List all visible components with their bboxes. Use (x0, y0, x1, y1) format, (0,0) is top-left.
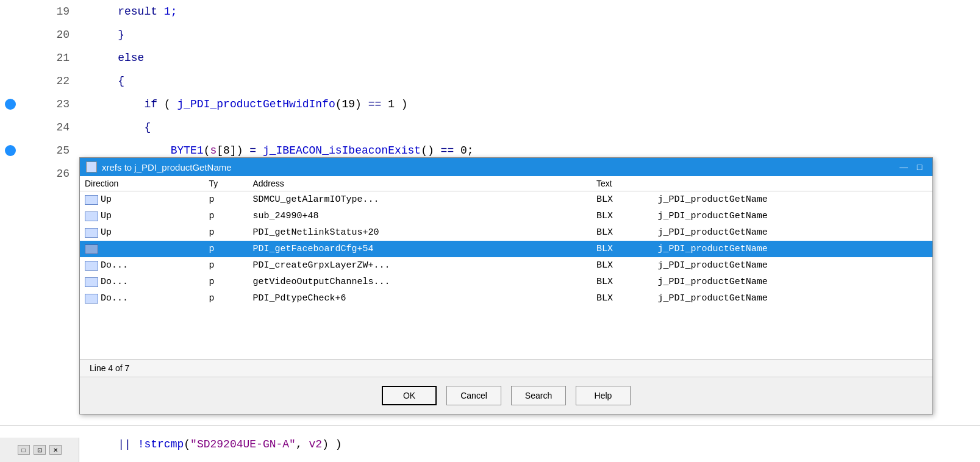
cell-func: j_PDI_productGetName (653, 290, 932, 307)
cell-address: PDI_getFaceboardCfg+54 (248, 241, 592, 257)
cell-direction: Do... (80, 257, 204, 274)
cell-type: p (204, 191, 248, 208)
code-line-21: 21 else (0, 46, 980, 69)
code-line-23: 23 if ( j_PDI_productGetHwidInfo(19) == … (0, 93, 980, 116)
col-header-text: Text (592, 176, 653, 191)
cell-text: BLX (592, 224, 653, 241)
line-number-22: 22 (0, 75, 79, 87)
code-content-39: || !strcmp("SD29204UE-GN-A", v2) ) (79, 438, 342, 450)
col-header-func (653, 176, 932, 191)
panel-btn-3[interactable]: ✕ (49, 445, 62, 455)
cell-direction: Up (80, 191, 204, 208)
cell-func: j_PDI_productGetName (653, 191, 932, 208)
cell-direction (80, 241, 204, 257)
code-bottom: 39 || !strcmp("SD29204UE-GN-A", v2) ) (0, 425, 980, 462)
dialog-title-buttons[interactable]: — □ (897, 162, 926, 172)
breakpoint-23 (5, 99, 16, 110)
line-number-25: 25 (0, 144, 79, 157)
code-content-22: { (79, 75, 124, 87)
table-row[interactable]: Do... p PDI_PdtypeCheck+6 BLX j_PDI_prod… (80, 290, 932, 307)
table-row[interactable]: Do... p PDI_createGrpxLayerZW+... BLX j_… (80, 257, 932, 274)
dialog-titlebar: xrefs to j_PDI_productGetName — □ (80, 158, 932, 176)
row-icon (85, 294, 98, 304)
code-content-23: if ( j_PDI_productGetHwidInfo(19) == 1 ) (79, 98, 408, 110)
xrefs-dialog: xrefs to j_PDI_productGetName — □ Direct… (79, 157, 933, 414)
cell-type: p (204, 208, 248, 224)
cell-type: p (204, 274, 248, 290)
left-panel-controls: □ ⊡ ✕ (0, 438, 79, 462)
code-line-24: 24 { (0, 116, 980, 139)
line-number-21: 21 (0, 52, 79, 64)
panel-btn-2[interactable]: ⊡ (34, 445, 46, 455)
bottom-code-line: 39 || !strcmp("SD29204UE-GN-A", v2) ) (0, 432, 980, 457)
cell-type: p (204, 257, 248, 274)
status-bar: Line 4 of 7 (80, 359, 932, 377)
cell-func: j_PDI_productGetName (653, 257, 932, 274)
line-number-23: 23 (0, 98, 79, 110)
code-line-22: 22 { (0, 69, 980, 93)
dialog-buttons: OK Cancel Search Help (80, 377, 932, 414)
cell-address: PDI_getNetlinkStatus+20 (248, 224, 592, 241)
table-row-selected[interactable]: p PDI_getFaceboardCfg+54 BLX j_PDI_produ… (80, 241, 932, 257)
cell-address: PDI_PdtypeCheck+6 (248, 290, 592, 307)
code-line-20: 20 } (0, 23, 980, 46)
col-header-address: Address (248, 176, 592, 191)
cell-text: BLX (592, 241, 653, 257)
table-row[interactable]: Up p sub_24990+48 BLX j_PDI_productGetNa… (80, 208, 932, 224)
table-row[interactable]: Up p SDMCU_getAlarmIOType... BLX j_PDI_p… (80, 191, 932, 208)
row-icon (85, 228, 98, 238)
cancel-button[interactable]: Cancel (446, 386, 501, 405)
cell-text: BLX (592, 208, 653, 224)
ok-button[interactable]: OK (382, 386, 437, 405)
cell-direction: Do... (80, 290, 204, 307)
minimize-button[interactable]: — (897, 162, 910, 172)
dialog-title-left: xrefs to j_PDI_productGetName (86, 162, 232, 172)
cell-text: BLX (592, 290, 653, 307)
line-number-19: 19 (0, 5, 79, 18)
code-line-19: 19 result 1; (0, 0, 980, 23)
row-icon (85, 261, 98, 271)
cell-type: p (204, 290, 248, 307)
line-number-24: 24 (0, 121, 79, 133)
xrefs-table: Direction Ty Address Text Up (80, 176, 932, 307)
code-content-19: result 1; (79, 5, 177, 18)
col-header-direction: Direction (80, 176, 204, 191)
cell-direction: Up (80, 208, 204, 224)
cell-type: p (204, 224, 248, 241)
dialog-title-text: xrefs to j_PDI_productGetName (102, 162, 232, 172)
table-header-row: Direction Ty Address Text (80, 176, 932, 191)
cell-address: getVideoOutputChannels... (248, 274, 592, 290)
maximize-button[interactable]: □ (913, 162, 926, 172)
cell-address: PDI_createGrpxLayerZW+... (248, 257, 592, 274)
code-content-20: } (79, 29, 124, 41)
code-content-25: BYTE1(s[8]) = j_IBEACON_isIbeaconExist()… (79, 144, 474, 157)
cell-text: BLX (592, 257, 653, 274)
cell-text: BLX (592, 274, 653, 290)
table-row[interactable]: Do... p getVideoOutputChannels... BLX j_… (80, 274, 932, 290)
row-icon (85, 195, 98, 205)
code-content-24: { (79, 121, 151, 133)
code-editor: 19 result 1; 20 } 21 else 22 { (0, 0, 980, 462)
xrefs-table-container: Direction Ty Address Text Up (80, 176, 932, 359)
cell-type: p (204, 241, 248, 257)
cell-func: j_PDI_productGetName (653, 274, 932, 290)
cell-address: sub_24990+48 (248, 208, 592, 224)
row-icon (85, 277, 98, 287)
col-header-type: Ty (204, 176, 248, 191)
row-icon (85, 244, 98, 254)
line-number-20: 20 (0, 29, 79, 41)
panel-btn-1[interactable]: □ (18, 445, 30, 455)
row-icon (85, 211, 98, 221)
cell-func: j_PDI_productGetName (653, 208, 932, 224)
cell-func: j_PDI_productGetName (653, 241, 932, 257)
search-button[interactable]: Search (511, 386, 566, 405)
dialog-title-icon (86, 162, 97, 172)
line-number-26: 26 (0, 168, 79, 180)
cell-text: BLX (592, 191, 653, 208)
cell-direction: Do... (80, 274, 204, 290)
cell-func: j_PDI_productGetName (653, 224, 932, 241)
help-button[interactable]: Help (576, 386, 631, 405)
breakpoint-25 (5, 145, 16, 156)
cell-address: SDMCU_getAlarmIOType... (248, 191, 592, 208)
table-row[interactable]: Up p PDI_getNetlinkStatus+20 BLX j_PDI_p… (80, 224, 932, 241)
